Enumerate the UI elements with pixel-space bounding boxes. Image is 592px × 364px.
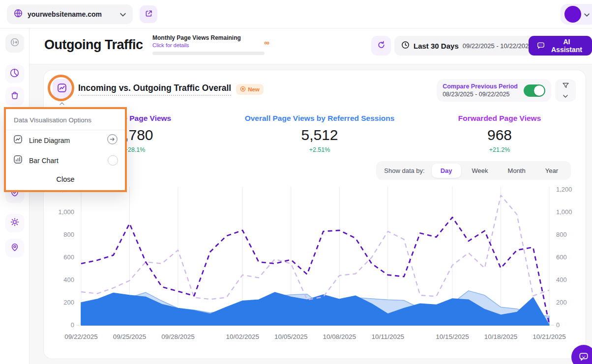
refresh-button[interactable] — [371, 36, 391, 56]
svg-text:10/05/2025: 10/05/2025 — [274, 333, 308, 340]
chevron-down-icon — [120, 10, 126, 19]
svg-text:09/22/2025: 09/22/2025 — [64, 333, 98, 340]
popup-close-button[interactable]: Close — [6, 170, 125, 190]
radio-circle-icon[interactable] — [108, 155, 118, 166]
sidebar-item-settings[interactable] — [5, 214, 24, 232]
gear-icon — [10, 217, 20, 229]
sidebar-item-store[interactable] — [5, 87, 24, 106]
svg-text:10/08/2025: 10/08/2025 — [323, 333, 356, 340]
pie-chart-icon — [9, 68, 20, 80]
chat-bubble-icon — [578, 351, 589, 364]
stat-delta: +2.51% — [226, 146, 414, 153]
date-range-selector[interactable]: Last 30 Days 09/22/2025 - 10/22/2025 — [394, 36, 548, 56]
show-data-by-label: Show data by: — [384, 167, 424, 174]
segment-option-year[interactable]: Year — [536, 164, 567, 178]
svg-text:1,000: 1,000 — [556, 208, 572, 216]
user-menu[interactable] — [561, 4, 592, 25]
popup-title: Data Visualisation Options — [6, 109, 125, 130]
stat-delta: +21.2% — [414, 146, 586, 153]
svg-text:10/21/2025: 10/21/2025 — [533, 333, 566, 340]
quota-widget: Monthly Page Views Remaining Click for d… — [152, 34, 269, 55]
card-header: Incoming vs. Outgoing Traffic Overall Ne… — [44, 70, 586, 107]
new-badge-label: New — [248, 86, 260, 92]
globe-icon — [14, 9, 23, 20]
line-chart-icon — [13, 134, 23, 146]
toggle-knob — [534, 85, 544, 96]
sidebar — [0, 28, 30, 364]
target-dot-icon — [240, 86, 246, 93]
arrow-right-circle-icon — [107, 134, 118, 147]
svg-text:0: 0 — [71, 321, 74, 329]
range-dates: 09/22/2025 - 10/22/2025 — [463, 42, 533, 50]
quota-details-link[interactable]: Click for details — [152, 42, 269, 48]
svg-text:200: 200 — [556, 299, 567, 306]
svg-text:400: 400 — [63, 276, 74, 283]
refresh-icon — [377, 40, 386, 51]
stat-value: 968 — [414, 127, 586, 143]
new-badge: New — [236, 84, 264, 95]
open-website-button[interactable] — [140, 5, 157, 23]
segment-option-month[interactable]: Month — [499, 164, 534, 178]
svg-text:600: 600 — [556, 253, 567, 261]
range-label: Last 30 Days — [414, 42, 459, 50]
popup-option-label: Bar Chart — [29, 157, 102, 165]
sidebar-item-analytics[interactable] — [5, 64, 24, 83]
line-chart-icon — [57, 83, 67, 95]
clock-icon — [401, 41, 410, 51]
traffic-chart: 09/22/202509/25/202509/28/202510/02/2025… — [51, 184, 580, 344]
sidebar-collapse-button[interactable] — [5, 34, 24, 53]
page-header: Outgoing Traffic Monthly Page Views Rema… — [30, 28, 592, 64]
chevron-up-icon — [53, 98, 71, 107]
website-name: yourwebsitename.com — [28, 10, 115, 18]
svg-text:0: 0 — [556, 321, 560, 329]
stat-value: 5,512 — [226, 127, 414, 143]
compare-toggle[interactable] — [524, 84, 545, 97]
compare-range: 08/23/2025 - 09/22/2025 — [443, 91, 518, 98]
svg-text:10/11/2025: 10/11/2025 — [371, 333, 404, 340]
stat-referred-sessions: Overall Page Views by Referred Sessions … — [226, 114, 414, 153]
external-link-icon — [145, 9, 153, 19]
quota-progress-bar — [152, 52, 265, 55]
filter-button[interactable] — [555, 79, 576, 102]
card-title: Incoming vs. Outgoing Traffic Overall — [78, 83, 231, 96]
svg-text:09/28/2025: 09/28/2025 — [161, 333, 195, 340]
sidebar-item-locations[interactable] — [5, 239, 24, 257]
svg-text:400: 400 — [556, 276, 567, 283]
svg-text:600: 600 — [63, 253, 74, 261]
stat-forwarded-page-views: Forwarded Page Views 968 +21.2% — [414, 114, 586, 153]
avatar — [564, 6, 581, 23]
segment-option-week[interactable]: Week — [463, 164, 497, 178]
chat-icon — [536, 41, 545, 51]
funnel-icon — [562, 82, 570, 91]
popup-option-bar-chart[interactable]: Bar Chart — [6, 150, 125, 170]
ai-assistant-button[interactable]: AI Assistant — [529, 36, 592, 56]
popup-option-line-diagram[interactable]: Line Diagram — [6, 130, 125, 150]
topbar: yourwebsitename.com — [0, 0, 592, 28]
show-data-by-segment: Show data by: Day Week Month Year — [376, 161, 571, 180]
website-selector[interactable]: yourwebsitename.com — [7, 4, 133, 24]
compare-label: Compare Previous Period — [443, 83, 518, 90]
stat-label: Forwarded Page Views — [414, 114, 586, 123]
svg-text:10/02/2025: 10/02/2025 — [226, 333, 259, 340]
svg-text:1,200: 1,200 — [556, 186, 572, 193]
popup-option-label: Line Diagram — [29, 137, 101, 144]
ai-assistant-label: AI Assistant — [549, 38, 584, 54]
panel-toggle-icon — [10, 37, 20, 49]
compare-previous-period: Compare Previous Period 08/23/2025 - 09/… — [437, 79, 551, 102]
svg-text:200: 200 — [63, 299, 74, 306]
quota-label: Monthly Page Views Remaining — [152, 34, 269, 41]
shopping-bag-icon — [10, 90, 20, 102]
svg-text:09/25/2025: 09/25/2025 — [113, 333, 147, 340]
stat-label: Overall Page Views by Referred Sessions — [226, 114, 414, 123]
svg-text:10/15/2025: 10/15/2025 — [436, 333, 469, 340]
chevron-down-icon — [584, 10, 590, 19]
svg-text:10/18/2025: 10/18/2025 — [484, 333, 518, 340]
infinity-icon: ∞ — [264, 38, 269, 47]
bar-chart-icon — [13, 154, 23, 167]
svg-text:1,000: 1,000 — [58, 208, 74, 216]
segment-option-day[interactable]: Day — [432, 164, 461, 178]
chevron-down-icon — [563, 92, 568, 99]
visualisation-options-button[interactable] — [53, 79, 71, 98]
data-visualisation-popup: Data Visualisation Options Line Diagram … — [4, 107, 127, 192]
svg-text:800: 800 — [556, 231, 567, 238]
